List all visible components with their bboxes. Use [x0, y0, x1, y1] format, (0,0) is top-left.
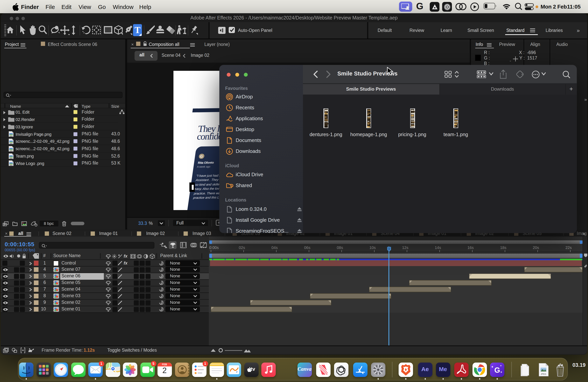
- svg-text:G: G: [494, 366, 500, 374]
- svg-text:JPEG: JPEG: [541, 373, 546, 375]
